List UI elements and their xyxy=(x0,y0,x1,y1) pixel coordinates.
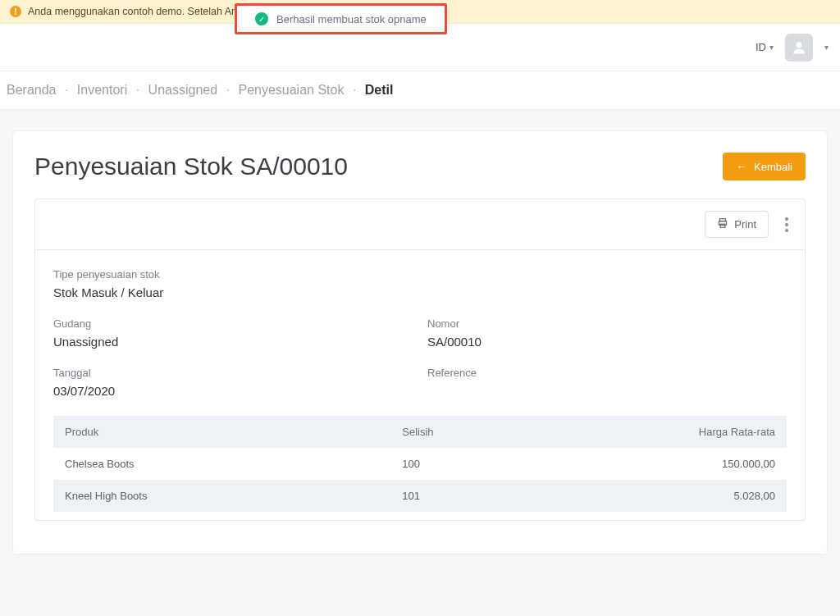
col-avg: Harga Rata-rata xyxy=(589,416,787,448)
table-row: Chelsea Boots 100 150.000,00 xyxy=(53,448,787,480)
card: Penyesuaian Stok SA/00010 ← Kembali Prin xyxy=(13,131,827,554)
panel-toolbar: Print xyxy=(35,199,805,250)
warning-icon: ! xyxy=(10,6,21,17)
back-button[interactable]: ← Kembali xyxy=(723,153,806,180)
printer-icon xyxy=(717,217,728,231)
table-row: Kneel High Boots 101 5.028,00 xyxy=(53,480,787,512)
chevron-down-icon[interactable]: ▾ xyxy=(824,43,829,52)
reference-label: Reference xyxy=(427,367,787,379)
svg-point-0 xyxy=(797,42,802,48)
toast-message: Berhasil membuat stok opname xyxy=(276,13,427,25)
breadcrumb-item[interactable]: Inventori xyxy=(77,83,127,97)
adjust-type-label: Tipe penyesuaian stok xyxy=(53,268,787,281)
breadcrumb: Beranda · Inventori · Unassigned · Penye… xyxy=(0,71,840,110)
back-button-label: Kembali xyxy=(754,161,792,173)
cell-avg: 5.028,00 xyxy=(589,480,787,512)
print-button-label: Print xyxy=(734,218,756,230)
date-value: 03/07/2020 xyxy=(53,384,413,398)
panel-body: Tipe penyesuaian stok Stok Masuk / Kelua… xyxy=(35,250,805,520)
breadcrumb-item[interactable]: Beranda xyxy=(7,83,57,97)
detail-panel: Print Tipe penyesuaian stok Stok Masuk /… xyxy=(34,198,806,521)
number-value: SA/00010 xyxy=(427,335,787,349)
user-avatar[interactable] xyxy=(785,34,813,62)
breadcrumb-item[interactable]: Unassigned xyxy=(148,83,218,97)
breadcrumb-item-active: Detil xyxy=(365,83,394,97)
main-content: Penyesuaian Stok SA/00010 ← Kembali Prin xyxy=(0,110,840,575)
more-menu-button[interactable] xyxy=(782,214,792,235)
date-label: Tanggal xyxy=(53,367,413,379)
warehouse-label: Gudang xyxy=(53,317,413,330)
cell-avg: 150.000,00 xyxy=(589,448,787,480)
arrow-left-icon: ← xyxy=(736,160,747,173)
col-diff: Selisih xyxy=(390,416,588,448)
col-product: Produk xyxy=(53,416,390,448)
warehouse-value: Unassigned xyxy=(53,335,413,349)
print-button[interactable]: Print xyxy=(705,211,769,238)
success-toast: ✓ Berhasil membuat stok opname xyxy=(235,3,447,34)
adjustment-table: Produk Selisih Harga Rata-rata Chelsea B… xyxy=(53,416,787,512)
check-circle-icon: ✓ xyxy=(255,12,268,25)
cell-diff: 100 xyxy=(390,448,588,480)
chevron-down-icon: ▾ xyxy=(769,43,774,52)
number-label: Nomor xyxy=(427,317,787,330)
user-icon xyxy=(791,39,807,56)
page-title: Penyesuaian Stok SA/00010 xyxy=(34,153,348,180)
cell-product: Kneel High Boots xyxy=(53,480,390,512)
language-selector[interactable]: ID ▾ xyxy=(756,41,774,53)
language-label: ID xyxy=(756,41,766,53)
adjust-type-value: Stok Masuk / Keluar xyxy=(53,285,787,299)
page-header: Penyesuaian Stok SA/00010 ← Kembali xyxy=(34,131,806,198)
cell-product: Chelsea Boots xyxy=(53,448,390,480)
cell-diff: 101 xyxy=(390,480,588,512)
breadcrumb-item[interactable]: Penyesuaian Stok xyxy=(238,83,344,97)
